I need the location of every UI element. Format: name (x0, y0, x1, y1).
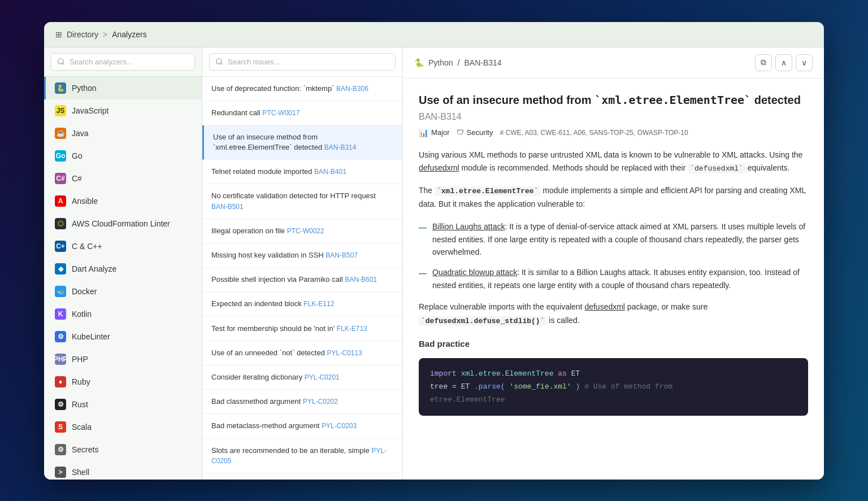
python-lang-icon: 🐍 (414, 58, 424, 67)
scala-label: Scala (72, 422, 92, 432)
next-button[interactable]: ∨ (796, 54, 813, 71)
ruby-label: Ruby (72, 377, 90, 386)
copy-button[interactable]: ⧉ (755, 54, 772, 71)
code-as: as (558, 369, 567, 378)
docker-icon: 🐳 (55, 286, 66, 297)
code-var-tree: tree (430, 382, 448, 391)
issue-code: FLK-E713 (337, 325, 367, 333)
breadcrumb-bar: ⊞ Directory > Analyzers (44, 22, 824, 47)
analyzer-list: 🐍PythonJSJavaScript☕JavaGoGoC#C#AAnsible… (44, 77, 202, 480)
bullet-text-1: Billion Laughs attack: It is a type of d… (432, 220, 808, 258)
cpp-icon: C+ (55, 241, 66, 252)
javascript-label: JavaScript (72, 106, 108, 115)
sidebar-item-dart[interactable]: ◆Dart Analyze (44, 258, 202, 280)
prev-button[interactable]: ∧ (775, 54, 792, 71)
issue-code: PTC-W0022 (287, 227, 324, 235)
sidebar-item-go[interactable]: GoGo (44, 145, 202, 167)
sidebar-item-kubelinter[interactable]: ⚙KubeLinter (44, 325, 202, 348)
sidebar-item-kotlin[interactable]: KKotlin (44, 303, 202, 325)
issue-item-i14[interactable]: Bad metaclass-method argument PYL-C0203 (202, 414, 402, 438)
code-equals: = (452, 382, 461, 391)
go-label: Go (72, 151, 83, 160)
kubelinter-icon: ⚙ (55, 331, 66, 342)
code-method-parse: .parse( (474, 382, 505, 391)
sidebar-item-php[interactable]: PHPPHP (44, 348, 202, 371)
code-line-3: etree.ElementTree (430, 393, 797, 406)
sidebar-item-secrets[interactable]: ⚙Secrets (44, 438, 202, 461)
sidebar-item-javascript[interactable]: JSJavaScript (44, 99, 202, 122)
kotlin-label: Kotlin (72, 310, 92, 319)
issue-list: Use of deprecated function: `mktemp` BAN… (202, 77, 402, 480)
header-separator: / (458, 58, 460, 67)
bullet-text-2: Quadratic blowup attack: It is similar t… (432, 266, 808, 291)
java-label: Java (72, 129, 89, 138)
issue-item-i4[interactable]: Telnet related module imported BAN-B401 (202, 160, 402, 184)
sidebar-item-ansible[interactable]: AAnsible (44, 190, 202, 212)
issue-item-i12[interactable]: Consider iterating dictionary PYL-C0201 (202, 365, 402, 390)
code-comment-1: # Use of method from (584, 382, 672, 391)
issue-item-i3[interactable]: Use of an insecure method from `xml.etre… (202, 125, 402, 160)
go-icon: Go (55, 150, 66, 162)
issues-search-input[interactable] (209, 53, 396, 71)
breadcrumb-current: Analyzers (112, 30, 146, 39)
ansible-label: Ansible (72, 197, 98, 206)
issue-code: BAN-B401 (314, 168, 346, 176)
issue-item-i8[interactable]: Possible shell injection via Paramiko ca… (202, 268, 402, 292)
bullet-item-2: — Quadratic blowup attack: It is similar… (419, 266, 808, 291)
shell-label: Shell (72, 468, 89, 477)
issue-item-i15[interactable]: Slots are recommended to be an iterable,… (202, 439, 402, 473)
issue-item-i10[interactable]: Test for membership should be 'not in' F… (202, 317, 402, 341)
code-block: import xml.etree.ElementTree as ET tree … (419, 358, 808, 416)
sidebar-item-rust[interactable]: ⚙Rust (44, 393, 202, 416)
detail-header: 🐍 Python / BAN-B314 ⧉ ∧ ∨ (403, 47, 824, 79)
php-icon: PHP (55, 354, 66, 365)
sidebar-item-shell[interactable]: >Shell (44, 461, 202, 480)
secrets-label: Secrets (72, 445, 98, 454)
sidebar-item-csharp[interactable]: C#C# (44, 167, 202, 190)
php-label: PHP (72, 355, 88, 364)
dart-icon: ◆ (55, 263, 66, 275)
description-2: The `xml.etree.ElementTree` module imple… (419, 184, 808, 211)
issues-search-box (202, 47, 402, 77)
issue-item-i6[interactable]: Illegal operation on file PTC-W0022 (202, 219, 402, 243)
header-lang: Python (428, 58, 453, 67)
main-content: 🐍PythonJSJavaScript☕JavaGoGoC#C#AAnsible… (44, 47, 824, 480)
ruby-icon: ♦ (55, 376, 66, 387)
sidebar-item-python[interactable]: 🐍Python (44, 77, 202, 99)
issue-item-i13[interactable]: Bad classmethod argument PYL-C0202 (202, 390, 402, 414)
sidebar-item-cpp[interactable]: C+C & C++ (44, 235, 202, 258)
issue-code: PYL-C0202 (303, 398, 338, 406)
issue-code: FLK-E112 (303, 300, 334, 308)
bullet-dash-2: — (419, 267, 427, 291)
sidebar: 🐍PythonJSJavaScript☕JavaGoGoC#C#AAnsible… (44, 47, 202, 480)
kotlin-icon: K (55, 308, 66, 320)
code-keyword-import: import (430, 369, 457, 378)
breadcrumb-home[interactable]: Directory (67, 30, 98, 39)
javascript-icon: JS (55, 105, 66, 116)
code-module: xml.etree.ElementTree (461, 369, 558, 378)
issue-item-i1[interactable]: Use of deprecated function: `mktemp` BAN… (202, 77, 402, 101)
analyzer-search-input[interactable] (51, 53, 195, 71)
code-line-2: tree = ET .parse( 'some_fie.xml' ) # Use… (430, 380, 797, 393)
directory-icon: ⊞ (55, 30, 62, 39)
issue-item-i11[interactable]: Use of an unneeded `not` detected PYL-C0… (202, 341, 402, 365)
sidebar-item-java[interactable]: ☕Java (44, 122, 202, 145)
sidebar-item-docker[interactable]: 🐳Docker (44, 280, 202, 303)
issue-item-i9[interactable]: Expected an indented block FLK-E112 (202, 292, 402, 316)
csharp-icon: C# (55, 173, 66, 184)
issue-item-i7[interactable]: Missing host key validation in SSH BAN-B… (202, 243, 402, 268)
issue-code: PTC-W0017 (262, 109, 300, 117)
sidebar-item-scala[interactable]: SScala (44, 416, 202, 438)
detail-content: Use of an insecure method from `xml.etre… (403, 79, 824, 480)
shield-icon: 🛡 (457, 128, 464, 137)
issue-item-i2[interactable]: Redundant call PTC-W0017 (202, 101, 402, 125)
sidebar-item-ruby[interactable]: ♦Ruby (44, 371, 202, 393)
code-method-close: ) (576, 382, 580, 391)
code-line-1: import xml.etree.ElementTree as ET (430, 367, 797, 380)
kubelinter-label: KubeLinter (72, 332, 110, 341)
sidebar-item-aws[interactable]: ⬡AWS CloudFormation Linter (44, 212, 202, 235)
detail-header-actions: ⧉ ∧ ∨ (755, 54, 813, 71)
issue-code: BAN-B314 (324, 143, 357, 151)
issue-item-i5[interactable]: No certificate validation detected for H… (202, 184, 402, 219)
detail-header-left: 🐍 Python / BAN-B314 (414, 58, 502, 67)
